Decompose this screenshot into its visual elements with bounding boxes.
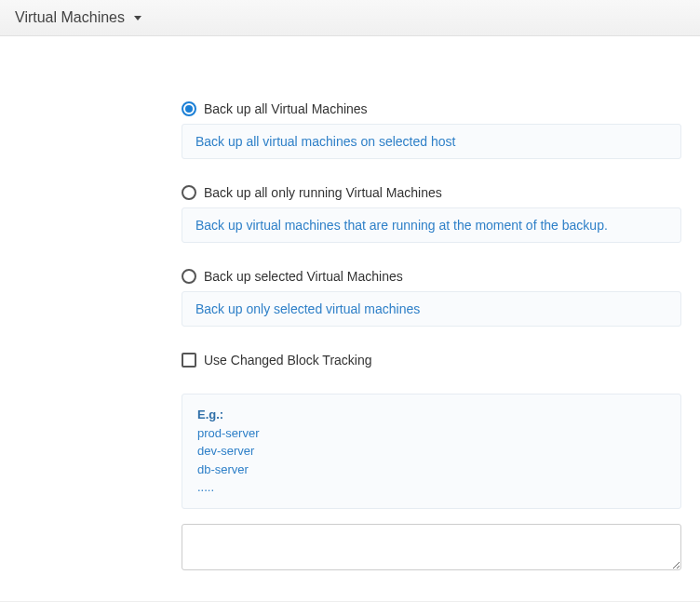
option-description: Back up virtual machines that are runnin… [182, 207, 681, 243]
option-label[interactable]: Back up selected Virtual Machines [204, 269, 403, 284]
example-line: ..... [197, 478, 666, 497]
header-bar: Virtual Machines [0, 0, 700, 36]
content-area: Back up all Virtual Machines Back up all… [0, 36, 700, 602]
option-backup-selected: Back up selected Virtual Machines Back u… [182, 269, 681, 327]
checkbox-label[interactable]: Use Changed Block Tracking [204, 353, 372, 368]
option-row: Back up all Virtual Machines [182, 101, 681, 116]
option-label[interactable]: Back up all only running Virtual Machine… [204, 185, 442, 200]
caret-down-icon [134, 16, 141, 20]
checkbox-cbt[interactable] [182, 353, 196, 368]
option-backup-all: Back up all Virtual Machines Back up all… [182, 101, 681, 159]
vm-list-input[interactable] [182, 524, 681, 570]
option-description: Back up all virtual machines on selected… [182, 124, 681, 159]
radio-backup-all[interactable] [182, 101, 196, 116]
example-line: dev-server [197, 442, 666, 461]
option-description: Back up only selected virtual machines [182, 291, 681, 327]
option-row: Back up all only running Virtual Machine… [182, 185, 681, 200]
radio-backup-selected[interactable] [182, 269, 196, 284]
example-title: E.g.: [197, 406, 666, 424]
example-line: prod-server [197, 424, 666, 443]
option-label[interactable]: Back up all Virtual Machines [204, 101, 368, 116]
header-title-text: Virtual Machines [15, 9, 125, 25]
radio-backup-running[interactable] [182, 185, 196, 200]
header-title-dropdown[interactable]: Virtual Machines [15, 9, 141, 26]
checkbox-row-cbt: Use Changed Block Tracking [182, 353, 681, 368]
option-backup-running: Back up all only running Virtual Machine… [182, 185, 681, 243]
example-line: db-server [197, 461, 666, 479]
example-box: E.g.: prod-server dev-server db-server .… [182, 394, 681, 509]
option-row: Back up selected Virtual Machines [182, 269, 681, 284]
